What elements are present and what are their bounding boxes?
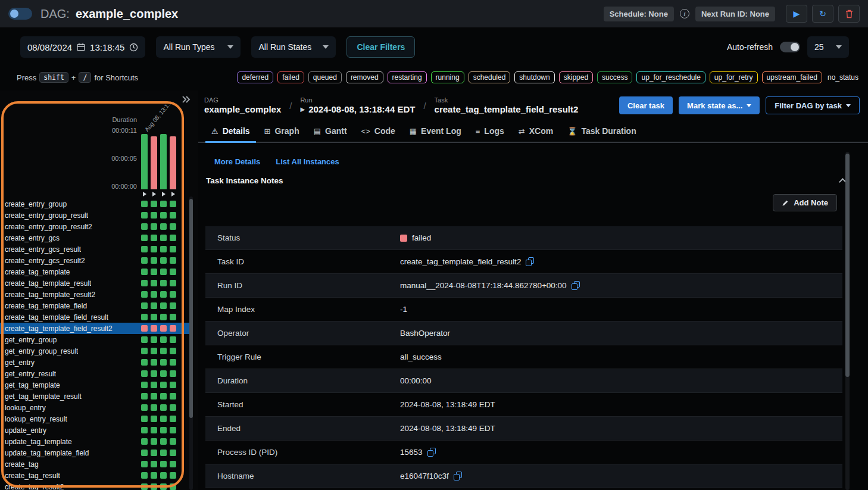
task-instance-success[interactable] bbox=[170, 280, 176, 286]
legend-queued[interactable]: queued bbox=[308, 71, 342, 83]
task-instance-success[interactable] bbox=[160, 201, 167, 207]
run-duration-bar-1[interactable] bbox=[141, 134, 148, 189]
manual-run-icon[interactable] bbox=[141, 192, 148, 196]
task-instance-success[interactable] bbox=[151, 291, 157, 298]
task-row-update_tag_template[interactable]: update_tag_template bbox=[0, 436, 189, 447]
task-instance-success[interactable] bbox=[160, 359, 167, 366]
tab-details[interactable]: ⚠Details bbox=[204, 120, 257, 142]
task-instance-success[interactable] bbox=[141, 302, 148, 309]
task-instance-success[interactable] bbox=[141, 246, 148, 252]
task-instance-success[interactable] bbox=[160, 302, 167, 309]
task-instance-success[interactable] bbox=[151, 427, 157, 433]
task-instance-success[interactable] bbox=[141, 280, 148, 286]
task-instance-success[interactable] bbox=[151, 280, 157, 286]
task-instance-success[interactable] bbox=[141, 314, 148, 320]
collapse-grid-button[interactable] bbox=[182, 95, 191, 106]
task-instance-success[interactable] bbox=[151, 257, 157, 264]
run-duration-bar-3[interactable] bbox=[160, 134, 167, 189]
task-instance-success[interactable] bbox=[160, 257, 167, 264]
task-instance-success[interactable] bbox=[151, 223, 157, 230]
run-types-select[interactable]: All Run Types bbox=[156, 36, 241, 58]
task-row-create_tag_template_field[interactable]: create_tag_template_field bbox=[0, 300, 189, 311]
tab-xcom[interactable]: ⇄XCom bbox=[511, 120, 560, 142]
task-row-create_tag_template_field_result[interactable]: create_tag_template_field_result bbox=[0, 311, 189, 323]
task-instance-success[interactable] bbox=[141, 438, 148, 445]
task-instance-success[interactable] bbox=[151, 269, 157, 275]
task-row-update_entry[interactable]: update_entry bbox=[0, 425, 189, 436]
manual-run-icon[interactable] bbox=[170, 192, 176, 196]
more-details-link[interactable]: More Details bbox=[214, 157, 260, 166]
task-row-get_entry[interactable]: get_entry bbox=[0, 357, 189, 368]
task-instance-success[interactable] bbox=[151, 382, 157, 388]
legend-up_for_reschedule[interactable]: up_for_reschedule bbox=[636, 71, 705, 83]
task-instance-success[interactable] bbox=[170, 246, 176, 252]
legend-failed[interactable]: failed bbox=[277, 71, 304, 83]
reparse-dag-button[interactable]: ↻ bbox=[812, 5, 833, 23]
task-instance-success[interactable] bbox=[141, 336, 148, 343]
task-instance-success[interactable] bbox=[141, 404, 148, 411]
task-instance-success[interactable] bbox=[160, 269, 167, 275]
task-instance-success[interactable] bbox=[151, 393, 157, 400]
tab-code[interactable]: <>Code bbox=[354, 120, 402, 142]
task-instance-failed[interactable] bbox=[160, 325, 167, 332]
task-instance-success[interactable] bbox=[151, 246, 157, 252]
legend-deferred[interactable]: deferred bbox=[237, 71, 273, 83]
task-row-get_entry_group_result[interactable]: get_entry_group_result bbox=[0, 345, 189, 357]
task-instance-success[interactable] bbox=[151, 416, 157, 422]
task-instance-success[interactable] bbox=[170, 472, 176, 479]
task-instance-success[interactable] bbox=[151, 472, 157, 479]
task-instance-success[interactable] bbox=[151, 450, 157, 456]
copy-icon[interactable] bbox=[572, 281, 580, 290]
task-row-create_entry_group[interactable]: create_entry_group bbox=[0, 198, 189, 210]
run-duration-bar-4[interactable] bbox=[170, 136, 176, 189]
task-instance-success[interactable] bbox=[151, 336, 157, 343]
task-instance-success[interactable] bbox=[141, 223, 148, 230]
task-instance-success[interactable] bbox=[151, 438, 157, 445]
tab-graph[interactable]: ⊞Graph bbox=[257, 120, 307, 142]
task-instance-success[interactable] bbox=[170, 235, 176, 241]
clear-task-button[interactable]: Clear task bbox=[619, 96, 673, 114]
task-row-create_tag_template[interactable]: create_tag_template bbox=[0, 266, 189, 277]
task-instance-success[interactable] bbox=[151, 302, 157, 309]
task-instance-success[interactable] bbox=[160, 235, 167, 241]
breadcrumb-dag[interactable]: DAG example_complex bbox=[204, 96, 281, 114]
dag-pause-toggle[interactable] bbox=[8, 8, 32, 20]
add-note-button[interactable]: Add Note bbox=[773, 194, 837, 211]
legend-skipped[interactable]: skipped bbox=[559, 71, 593, 83]
task-instance-success[interactable] bbox=[160, 370, 167, 377]
task-instance-success[interactable] bbox=[160, 427, 167, 433]
task-row-lookup_entry[interactable]: lookup_entry bbox=[0, 402, 189, 413]
mark-state-button[interactable]: Mark state as... bbox=[679, 96, 760, 114]
task-instance-success[interactable] bbox=[160, 280, 167, 286]
task-instance-success[interactable] bbox=[170, 348, 176, 354]
task-instance-success[interactable] bbox=[141, 416, 148, 422]
task-row-get_entry_group[interactable]: get_entry_group bbox=[0, 334, 189, 345]
task-instance-success[interactable] bbox=[151, 348, 157, 354]
task-instance-success[interactable] bbox=[170, 201, 176, 207]
task-instance-success[interactable] bbox=[141, 427, 148, 433]
task-row-create_entry_gcs_result2[interactable]: create_entry_gcs_result2 bbox=[0, 255, 189, 266]
legend-up_for_retry[interactable]: up_for_retry bbox=[710, 71, 758, 83]
grid-scrollbar-thumb[interactable] bbox=[189, 199, 193, 418]
manual-run-icon[interactable] bbox=[160, 192, 167, 196]
task-row-create_tag[interactable]: create_tag bbox=[0, 458, 189, 470]
list-all-instances-link[interactable]: List All Instances bbox=[276, 157, 339, 166]
task-row-get_entry_result[interactable]: get_entry_result bbox=[0, 368, 189, 379]
legend-scheduled[interactable]: scheduled bbox=[469, 71, 511, 83]
breadcrumb-task[interactable]: Task create_tag_template_field_result2 bbox=[435, 96, 579, 114]
task-row-create_entry_gcs_result[interactable]: create_entry_gcs_result bbox=[0, 244, 189, 255]
info-icon[interactable]: i bbox=[680, 9, 689, 18]
legend-success[interactable]: success bbox=[597, 71, 632, 83]
task-row-create_entry_group_result2[interactable]: create_entry_group_result2 bbox=[0, 221, 189, 232]
task-instance-success[interactable] bbox=[170, 314, 176, 320]
task-instance-success[interactable] bbox=[141, 201, 148, 207]
task-instance-success[interactable] bbox=[151, 483, 157, 490]
task-instance-success[interactable] bbox=[160, 483, 167, 490]
task-row-create_tag_template_result[interactable]: create_tag_template_result bbox=[0, 277, 189, 289]
task-instance-success[interactable] bbox=[141, 269, 148, 275]
task-instance-success[interactable] bbox=[160, 404, 167, 411]
task-instance-success[interactable] bbox=[141, 359, 148, 366]
task-instance-success[interactable] bbox=[170, 438, 176, 445]
run-duration-bar-2[interactable] bbox=[151, 136, 157, 189]
task-instance-success[interactable] bbox=[170, 212, 176, 219]
